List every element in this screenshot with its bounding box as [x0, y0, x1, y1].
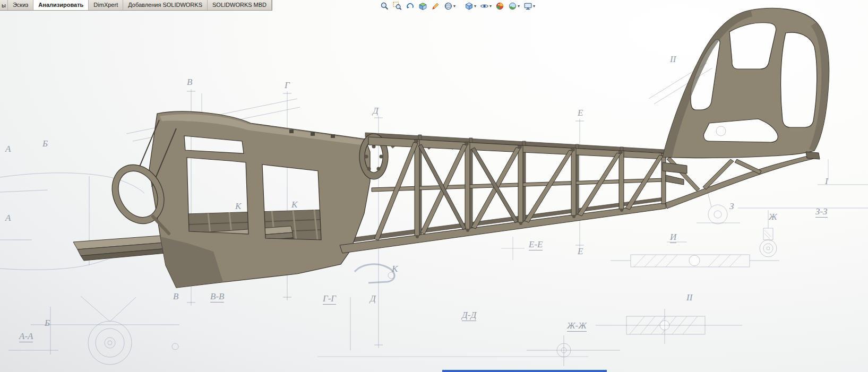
previous-view-button[interactable]: [405, 1, 416, 11]
tab-sketch[interactable]: Эскиз: [8, 0, 33, 10]
zoom-to-fit-button[interactable]: [379, 1, 390, 11]
edit-appearance-button[interactable]: [494, 1, 505, 11]
view-settings-button[interactable]: ▾: [522, 1, 536, 11]
viewport-canvas[interactable]: [0, 0, 868, 372]
view-orientation-button[interactable]: ▾: [463, 1, 477, 11]
dropdown-arrow-icon[interactable]: ▾: [453, 4, 456, 8]
section-view-button[interactable]: [417, 1, 428, 11]
apply-scene-button[interactable]: ▾: [507, 1, 521, 11]
dropdown-arrow-icon[interactable]: ▾: [533, 4, 535, 8]
bottom-blue-strip: [442, 370, 607, 372]
tab-mbd[interactable]: SOLIDWORKS MBD: [208, 0, 272, 10]
tab-evaluate[interactable]: Анализировать: [33, 0, 89, 10]
model-stern-fitting: [806, 152, 820, 159]
model-rear-fuselage[interactable]: [663, 153, 819, 209]
dynamic-annotation-views-button[interactable]: [430, 1, 441, 11]
dropdown-arrow-icon[interactable]: ▾: [474, 4, 476, 8]
model-fuselage-frame[interactable]: [73, 8, 829, 288]
command-tabs: ыЭскизАнализироватьDimXpertДобавления SO…: [0, 0, 272, 11]
view-toolbar: ▾▾▾▾▾: [379, 1, 536, 11]
tab-dimxpert[interactable]: DimXpert: [89, 0, 123, 10]
dropdown-arrow-icon[interactable]: ▾: [518, 4, 520, 8]
tab-addins[interactable]: Добавления SOLIDWORKS: [123, 0, 208, 10]
model-tail-fin[interactable]: [663, 8, 829, 158]
hide-show-items-button[interactable]: ▾: [479, 1, 493, 11]
display-style-button[interactable]: ▾: [443, 1, 457, 11]
graphics-area[interactable]: ВГДЕIIБАККАЗЖЗ-ЗIИЕ-ЕЕВВ-ВГ-ГДКД-ДЖ-ЖБА-…: [0, 0, 868, 372]
dropdown-arrow-icon[interactable]: ▾: [489, 4, 492, 8]
zoom-to-area-button[interactable]: [392, 1, 403, 11]
tab-elements-cut[interactable]: ы: [0, 0, 8, 10]
